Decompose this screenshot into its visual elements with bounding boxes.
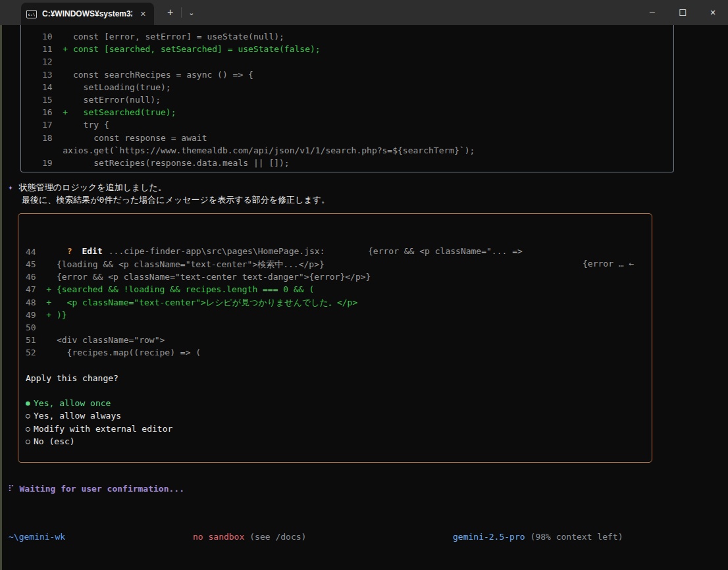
window-controls: ─ ☐ ✕ bbox=[637, 0, 728, 25]
line-number: 18 bbox=[42, 132, 53, 144]
title-bar: c:\ C:¥WINDOWS¥system32¥cmd ✕ + ⌄ ─ ☐ ✕ bbox=[0, 0, 728, 25]
code-line: 52 {recipes.map((recipe) => ( bbox=[18, 346, 652, 359]
status-text: Waiting for user confirmation... bbox=[20, 484, 184, 494]
sandbox-status: no sandbox bbox=[193, 532, 244, 542]
code-diff-preview: 10 const [error, setError] = useState(nu… bbox=[20, 25, 674, 172]
option-label: Modify with external editor bbox=[34, 423, 172, 435]
minimize-button[interactable]: ─ bbox=[637, 0, 667, 25]
code-line: 12 bbox=[21, 55, 673, 68]
tab-title: C:¥WINDOWS¥system32¥cmd bbox=[42, 9, 132, 18]
code-line: 14 setLoading(true); bbox=[21, 81, 673, 93]
option-label: Yes, allow once bbox=[34, 397, 111, 409]
confirmation-options: ● Yes, allow once ○ Yes, allow always ○ … bbox=[18, 397, 652, 448]
line-text: <div className="row"> bbox=[36, 334, 165, 346]
option-label: No (esc) bbox=[34, 435, 75, 448]
line-text: {recipes.map((recipe) => ( bbox=[36, 346, 201, 359]
assistant-message-line1: 状態管理のロジックを追加しました。 bbox=[19, 181, 167, 194]
line-number: 14 bbox=[42, 81, 53, 93]
line-number: 19 bbox=[42, 157, 53, 169]
code-line: 46 {error && <p className="text-center t… bbox=[18, 271, 652, 283]
code-line: 51 <div className="row"> bbox=[18, 334, 652, 346]
dialog-header: ?Edit...cipe-finder-app\src\pages\HomePa… bbox=[18, 220, 652, 233]
line-number: 51 bbox=[26, 334, 36, 346]
line-number: 49 bbox=[26, 309, 36, 321]
code-line: 50 bbox=[18, 321, 652, 334]
assistant-message: ✦ 状態管理のロジックを追加しました。 最後に、検索結果が0件だった場合にメッセ… bbox=[8, 181, 728, 206]
radio-icon: ○ bbox=[26, 409, 34, 422]
line-number bbox=[42, 144, 53, 157]
terminal-tab[interactable]: c:\ C:¥WINDOWS¥system32¥cmd ✕ bbox=[21, 3, 154, 25]
line-text: setLoading(true); bbox=[53, 81, 171, 93]
line-text: const [error, setError] = useState(null)… bbox=[53, 30, 284, 43]
line-number: 50 bbox=[26, 321, 36, 334]
line-number: 11 bbox=[42, 43, 53, 55]
line-number: 47 bbox=[26, 283, 36, 296]
option-label: Yes, allow always bbox=[34, 409, 121, 422]
status-line: ⠏Waiting for user confirmation... bbox=[8, 482, 728, 495]
option-yes-allow-always[interactable]: ○ Yes, allow always bbox=[26, 409, 652, 422]
dialog-title: Edit bbox=[82, 246, 102, 256]
tab-close-icon[interactable]: ✕ bbox=[138, 9, 149, 20]
option-no-esc[interactable]: ○ No (esc) bbox=[26, 435, 652, 448]
code-line: 17 try { bbox=[21, 118, 673, 131]
line-number: 10 bbox=[42, 30, 53, 43]
code-line: 10 const [error, setError] = useState(nu… bbox=[21, 30, 673, 43]
line-text: + setSearched(true); bbox=[53, 106, 176, 118]
line-text: axios.get(`https://www.themealdb.com/api… bbox=[53, 144, 475, 157]
line-text: + )} bbox=[36, 309, 67, 321]
dialog-snippet-before: {error && <p className="... => bbox=[368, 245, 523, 257]
tab-dropdown-icon[interactable]: ⌄ bbox=[183, 7, 199, 18]
line-text: const searchRecipes = async () => { bbox=[53, 68, 253, 81]
code-line: 11 + const [searched, setSearched] = use… bbox=[21, 43, 673, 55]
line-number: 15 bbox=[42, 93, 53, 106]
radio-icon: ○ bbox=[26, 435, 34, 448]
cmd-icon: c:\ bbox=[26, 10, 37, 18]
code-line: axios.get(`https://www.themealdb.com/api… bbox=[21, 144, 673, 157]
line-text: {error && <p className="text-center text… bbox=[36, 271, 371, 283]
radio-icon: ○ bbox=[26, 423, 34, 435]
context-left: (98% context left) bbox=[531, 532, 623, 542]
line-text: const response = await bbox=[53, 132, 207, 144]
assistant-message-line2: 最後に、検索結果が0件だった場合にメッセージを表示する部分を修正します。 bbox=[8, 194, 728, 206]
code-line: 18 const response = await bbox=[21, 132, 673, 144]
working-directory: ~\gemini-wk bbox=[9, 531, 65, 543]
dialog-snippet-after: {error … ← bbox=[583, 257, 634, 270]
new-tab-button[interactable]: + bbox=[161, 5, 180, 20]
line-number: 12 bbox=[42, 55, 53, 68]
line-text: setError(null); bbox=[53, 93, 161, 106]
model-name: gemini-2.5-pro bbox=[453, 532, 525, 542]
code-line: 47 + {searched && !loading && recipes.le… bbox=[18, 283, 652, 296]
line-text: + <p className="text-center">レシピが見つかりません… bbox=[36, 296, 358, 309]
maximize-button[interactable]: ☐ bbox=[667, 0, 698, 25]
spinner-icon: ⠏ bbox=[8, 484, 14, 494]
footer-bar: ~\gemini-wk no sandbox(see /docs) gemini… bbox=[2, 531, 728, 544]
code-line: 49 + )} bbox=[18, 309, 652, 321]
dialog-file-path: ...cipe-finder-app\src\pages\HomePage.js… bbox=[109, 246, 325, 256]
question-mark-icon: ? bbox=[67, 246, 72, 256]
line-text: + {searched && !loading && recipes.lengt… bbox=[36, 283, 315, 296]
line-number: 16 bbox=[42, 106, 53, 118]
line-text: try { bbox=[53, 118, 109, 131]
line-text: setRecipes(response.data.meals || []); bbox=[53, 157, 290, 169]
code-line: 48 + <p className="text-center">レシピが見つかり… bbox=[18, 296, 652, 309]
apply-question: Apply this change? bbox=[18, 372, 652, 384]
option-yes-allow-once[interactable]: ● Yes, allow once bbox=[26, 397, 652, 409]
line-text: + const [searched, setSearched] = useSta… bbox=[53, 43, 321, 55]
code-line: 19 setRecipes(response.data.meals || [])… bbox=[21, 157, 673, 169]
option-modify-external-editor[interactable]: ○ Modify with external editor bbox=[26, 423, 652, 435]
code-line: 16 + setSearched(true); bbox=[21, 106, 673, 118]
close-button[interactable]: ✕ bbox=[698, 0, 728, 25]
radio-selected-icon: ● bbox=[26, 397, 34, 409]
line-number: 13 bbox=[42, 68, 53, 81]
edit-confirmation-dialog: ?Edit...cipe-finder-app\src\pages\HomePa… bbox=[18, 213, 652, 463]
terminal-content: 10 const [error, setError] = useState(nu… bbox=[0, 25, 728, 570]
tabbar-divider bbox=[181, 7, 182, 18]
sparkle-icon: ✦ bbox=[8, 181, 13, 194]
line-number: 52 bbox=[26, 346, 36, 359]
code-line: 15 setError(null); bbox=[21, 93, 673, 106]
line-number: 48 bbox=[26, 296, 36, 309]
line-number: 17 bbox=[42, 118, 53, 131]
code-line: 13 const searchRecipes = async () => { bbox=[21, 68, 673, 81]
sandbox-hint: (see /docs) bbox=[249, 532, 306, 542]
